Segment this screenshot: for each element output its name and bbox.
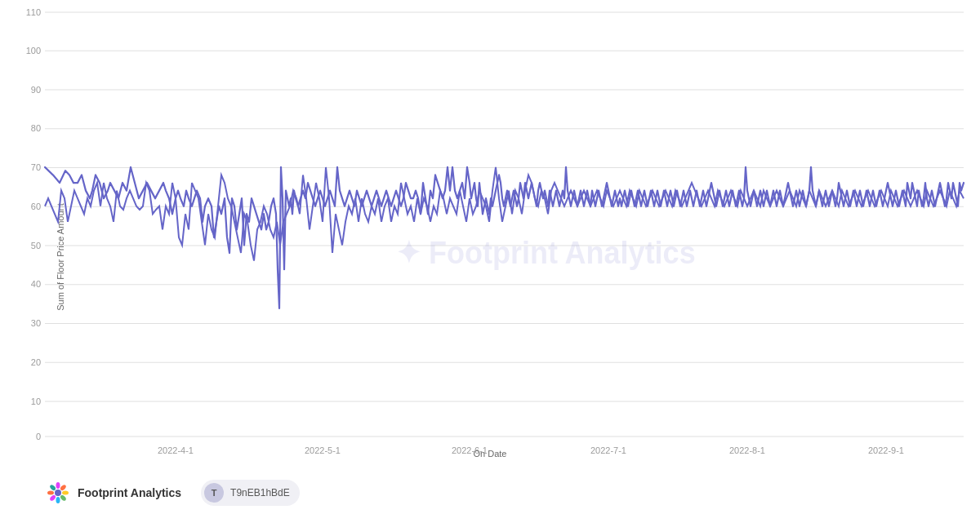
- svg-point-32: [56, 482, 60, 489]
- svg-point-38: [47, 491, 54, 495]
- brand-logo-icon: [45, 480, 71, 506]
- user-badge[interactable]: T T9nEB1hBdE: [201, 480, 300, 506]
- svg-text:80: 80: [31, 123, 41, 133]
- svg-text:90: 90: [31, 84, 41, 94]
- svg-text:10: 10: [31, 396, 41, 405]
- svg-text:50: 50: [31, 240, 41, 250]
- svg-point-33: [60, 484, 67, 491]
- footer: Footprint Analytics T T9nEB1hBdE: [45, 480, 300, 506]
- svg-point-37: [49, 494, 56, 502]
- chart-area: 0 10 20 30 40 50 60 70 80 90 100 110 202…: [45, 12, 964, 436]
- svg-text:30: 30: [31, 318, 41, 328]
- svg-text:40: 40: [31, 279, 41, 289]
- user-avatar: T: [204, 483, 224, 503]
- svg-point-36: [56, 497, 60, 503]
- svg-text:2022-6-1: 2022-6-1: [452, 445, 488, 455]
- svg-text:2022-9-1: 2022-9-1: [868, 445, 904, 455]
- brand-logo-text: Footprint Analytics: [78, 486, 181, 499]
- svg-text:60: 60: [31, 202, 41, 211]
- svg-text:2022-8-1: 2022-8-1: [729, 445, 765, 455]
- svg-text:2022-7-1: 2022-7-1: [590, 445, 626, 455]
- svg-point-31: [55, 490, 61, 496]
- svg-text:100: 100: [26, 46, 41, 55]
- logo-area: Footprint Analytics: [45, 480, 181, 506]
- user-name: T9nEB1hBdE: [230, 487, 290, 498]
- svg-point-39: [49, 484, 56, 491]
- svg-point-34: [62, 491, 69, 495]
- chart-container: Sum of Floor Price Amount On Date 0 10: [0, 0, 980, 514]
- svg-text:20: 20: [31, 357, 41, 367]
- svg-text:2022-4-1: 2022-4-1: [158, 445, 194, 455]
- svg-text:0: 0: [36, 432, 41, 441]
- svg-text:110: 110: [26, 7, 41, 17]
- real-chart: [45, 12, 964, 436]
- svg-text:2022-5-1: 2022-5-1: [305, 445, 341, 455]
- svg-point-35: [60, 494, 67, 502]
- svg-text:70: 70: [31, 162, 41, 172]
